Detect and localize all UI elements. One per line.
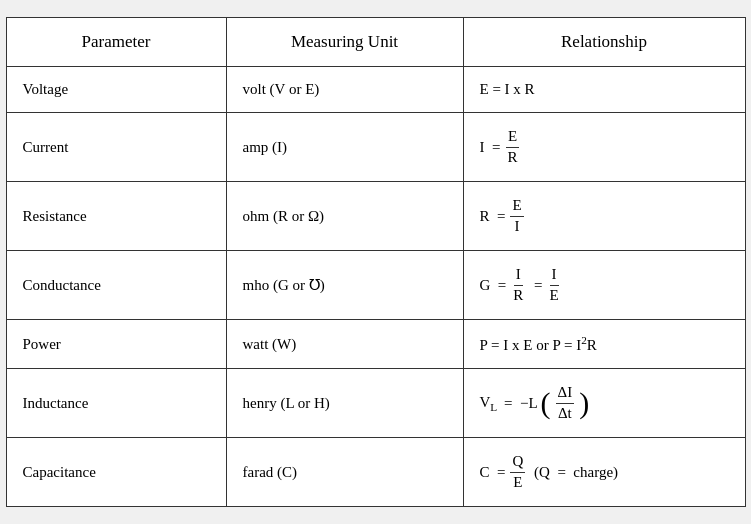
rel-power-text: P = I x E or P = I2R [480,334,597,354]
fraction-denom: E [548,286,561,306]
fraction-denom: R [511,286,525,306]
unit-voltage: volt (V or E) [227,67,464,112]
rel-power: P = I x E or P = I2R [464,320,745,368]
param-inductance-label: Inductance [23,395,89,412]
table-row: Power watt (W) P = I x E or P = I2R [7,320,745,369]
param-conductance: Conductance [7,251,227,319]
param-capacitance: Capacitance [7,438,227,506]
param-current-label: Current [23,139,69,156]
unit-capacitance: farad (C) [227,438,464,506]
unit-current: amp (I) [227,113,464,181]
rel-inductance-rparen: ) [579,388,589,418]
fraction-denom: R [505,148,519,168]
rel-voltage: E = I x R [464,67,745,112]
param-capacitance-label: Capacitance [23,464,96,481]
unit-conductance-label: mho (G or ℧) [243,276,325,294]
fraction-numer: Q [510,452,525,473]
rel-current-formula: I = E R [480,127,522,167]
rel-conductance-formula: G = I R = I E [480,265,563,305]
rel-current-prefix: I = [480,139,501,156]
fraction-denom: I [513,217,522,237]
unit-power-label: watt (W) [243,336,297,353]
rel-resistance: R = E I [464,182,745,250]
rel-conductance-equals: = [530,277,542,294]
fraction-numer: E [506,127,519,148]
main-table: Parameter Measuring Unit Relationship Vo… [6,17,746,507]
header-row: Parameter Measuring Unit Relationship [7,18,745,67]
header-unit-label: Measuring Unit [291,32,398,52]
param-voltage-label: Voltage [23,81,69,98]
fraction-denom: E [511,473,524,493]
unit-inductance: henry (L or H) [227,369,464,437]
param-resistance-label: Resistance [23,208,87,225]
table-row: Conductance mho (G or ℧) G = I R = I E [7,251,745,320]
rel-inductance: VL = −L ( ΔI Δt ) [464,369,745,437]
table-row: Inductance henry (L or H) VL = −L ( ΔI Δ… [7,369,745,438]
rel-resistance-formula: R = E I [480,196,526,236]
param-power-label: Power [23,336,61,353]
header-relationship-label: Relationship [561,32,647,52]
header-relationship: Relationship [464,18,745,66]
rel-voltage-text: E = I x R [480,81,535,98]
rel-inductance-lparen: ( [541,388,551,418]
rel-conductance-fraction1: I R [511,265,525,305]
unit-resistance-label: ohm (R or Ω) [243,208,325,225]
header-parameter-label: Parameter [82,32,151,52]
rel-conductance-prefix: G = [480,277,507,294]
rel-capacitance: C = Q E (Q = charge) [464,438,745,506]
rel-capacitance-formula: C = Q E (Q = charge) [480,452,619,492]
param-current: Current [7,113,227,181]
param-conductance-label: Conductance [23,277,101,294]
rel-inductance-formula: VL = −L ( ΔI Δt ) [480,383,590,423]
unit-inductance-label: henry (L or H) [243,395,330,412]
unit-voltage-label: volt (V or E) [243,81,320,98]
rel-inductance-eq: = −L [500,395,537,412]
fraction-denom: Δt [556,404,574,424]
header-parameter: Parameter [7,18,227,66]
header-unit: Measuring Unit [227,18,464,66]
unit-power: watt (W) [227,320,464,368]
fraction-numer: I [550,265,559,286]
rel-inductance-fraction: ΔI Δt [556,383,575,423]
fraction-numer: ΔI [556,383,575,404]
rel-inductance-vl: VL [480,394,498,413]
rel-capacitance-fraction: Q E [510,452,525,492]
unit-resistance: ohm (R or Ω) [227,182,464,250]
param-power: Power [7,320,227,368]
unit-capacitance-label: farad (C) [243,464,298,481]
fraction-numer: I [514,265,523,286]
table-row: Current amp (I) I = E R [7,113,745,182]
table-row: Resistance ohm (R or Ω) R = E I [7,182,745,251]
rel-capacitance-note: (Q = charge) [530,464,618,481]
rel-conductance: G = I R = I E [464,251,745,319]
param-inductance: Inductance [7,369,227,437]
rel-capacitance-prefix: C = [480,464,506,481]
table-row: Voltage volt (V or E) E = I x R [7,67,745,113]
param-resistance: Resistance [7,182,227,250]
rel-conductance-fraction2: I E [548,265,561,305]
rel-resistance-fraction: E I [510,196,523,236]
unit-conductance: mho (G or ℧) [227,251,464,319]
param-voltage: Voltage [7,67,227,112]
rel-resistance-prefix: R = [480,208,506,225]
rel-current-fraction: E R [505,127,519,167]
rel-current: I = E R [464,113,745,181]
unit-current-label: amp (I) [243,139,288,156]
fraction-numer: E [510,196,523,217]
table-row: Capacitance farad (C) C = Q E (Q = charg… [7,438,745,506]
